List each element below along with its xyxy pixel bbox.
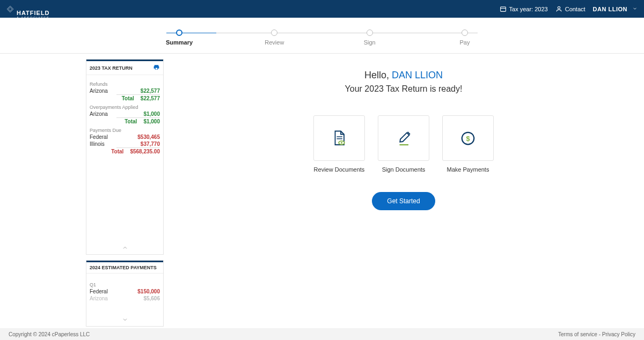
logo-icon <box>6 5 14 13</box>
section-label: Overpayments Applied <box>90 105 160 110</box>
app-header: HATFIELD & ASSOCIATES Tax year: 2023 Con… <box>0 0 644 18</box>
svg-point-2 <box>558 6 560 9</box>
step-review[interactable]: Review <box>261 29 287 46</box>
user-menu[interactable]: DAN LLION <box>593 6 638 12</box>
line-item: Federal$150,000 <box>90 289 160 294</box>
payment-icon: $ <box>458 129 478 148</box>
get-started-button[interactable]: Get Started <box>372 192 435 210</box>
line-item: Arizona$5,606 <box>90 295 160 301</box>
svg-rect-0 <box>500 7 506 12</box>
subheading: Your 2023 Tax Return is ready! <box>345 84 463 94</box>
copyright: Copyright © 2024 cPaperless LLC <box>9 331 90 337</box>
step-summary[interactable]: Summary <box>166 29 192 46</box>
footer: Copyright © 2024 cPaperless LLC Terms of… <box>0 328 644 340</box>
svg-text:$: $ <box>466 134 470 142</box>
step-sign[interactable]: Sign <box>357 29 383 46</box>
line-item: Federal$530,465 <box>90 134 160 140</box>
svg-point-6 <box>341 142 342 143</box>
card-label: Make Payments <box>447 166 489 173</box>
review-documents-card[interactable] <box>313 115 365 161</box>
main-content: Hello, DAN LLION Your 2023 Tax Return is… <box>163 59 644 332</box>
line-item: Arizona$22,577 <box>90 88 160 94</box>
card-label: Sign Documents <box>382 166 426 173</box>
expand-panel-chevron-down-icon[interactable] <box>86 314 163 326</box>
estimated-payments-panel: 2024 ESTIMATED PAYMENTS Q1Federal$150,00… <box>86 260 164 327</box>
panel-title: 2024 ESTIMATED PAYMENTS <box>90 265 157 270</box>
sign-icon <box>394 129 413 148</box>
user-icon <box>555 5 562 12</box>
tax-year-selector[interactable]: Tax year: 2023 <box>500 5 548 12</box>
line-item: Illinois$37,770 <box>90 141 160 147</box>
contact-link[interactable]: Contact <box>555 5 586 12</box>
total-row: Total$1,000 <box>90 119 160 124</box>
section-label: Refunds <box>90 82 160 87</box>
total-row: Total$568,235.00 <box>90 149 160 154</box>
line-item: Arizona$1,000 <box>90 111 160 117</box>
make-payments-card[interactable]: $ <box>442 115 494 161</box>
panel-title: 2023 TAX RETURN <box>90 65 133 71</box>
progress-stepper: SummaryReviewSignPay <box>0 18 644 54</box>
card-label: Review Documents <box>314 166 365 173</box>
brand-name: HATFIELD <box>17 0 50 16</box>
terms-link[interactable]: Terms of service <box>558 331 597 337</box>
total-row: Total$22,577 <box>90 95 160 101</box>
privacy-link[interactable]: Privacy Policy <box>602 331 635 337</box>
quarter-label: Q1 <box>90 282 160 287</box>
greeting: Hello, DAN LLION <box>364 70 443 81</box>
calendar-icon <box>500 5 507 12</box>
brand-sub: & ASSOCIATES <box>17 16 50 19</box>
section-label: Payments Due <box>90 128 160 133</box>
document-review-icon <box>330 129 349 148</box>
print-icon[interactable] <box>153 64 160 72</box>
sign-documents-card[interactable] <box>378 115 429 161</box>
tax-return-summary-panel: 2023 TAX RETURN RefundsArizona$22,577Tot… <box>86 59 164 255</box>
brand-logo: HATFIELD & ASSOCIATES <box>6 0 50 19</box>
collapse-panel-chevron-up-icon[interactable] <box>86 242 163 254</box>
step-pay[interactable]: Pay <box>452 29 478 46</box>
chevron-down-icon <box>632 6 638 12</box>
